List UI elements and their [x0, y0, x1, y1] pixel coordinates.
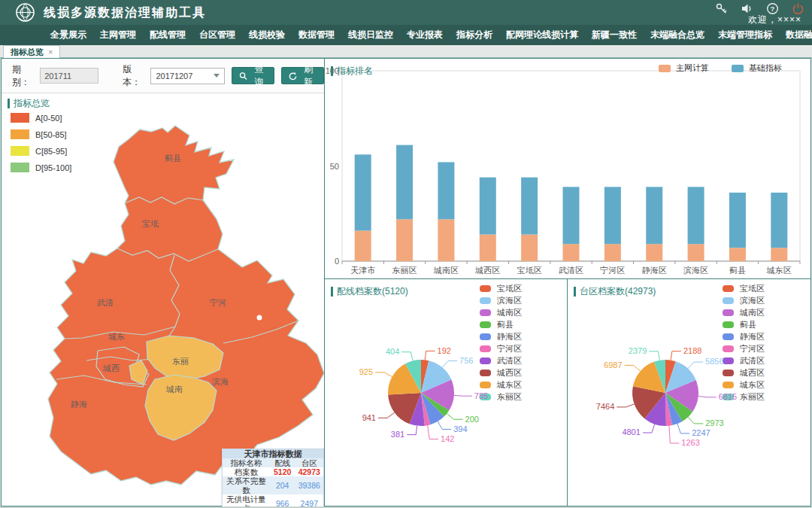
- pie-label-line: [401, 352, 413, 361]
- nav-item-7[interactable]: 线损日监控: [341, 25, 400, 45]
- pie-legend-item[interactable]: 宝坻区: [723, 282, 765, 294]
- table-header-cell: 配线: [270, 458, 295, 467]
- pie-label-line: [688, 417, 703, 424]
- pie-value-label: 2973: [705, 418, 723, 427]
- table-cell-value: 5120: [270, 467, 295, 476]
- table-header-row: 指标名称配线台区: [223, 458, 324, 467]
- nav-item-10[interactable]: 配网理论线损计算: [499, 25, 585, 45]
- bar-segment-base[interactable]: [729, 193, 746, 248]
- panel-divider: [325, 278, 810, 279]
- period-input[interactable]: [40, 68, 98, 84]
- bar-legend-item[interactable]: 基础指标: [732, 62, 782, 74]
- bar-segment-main[interactable]: [771, 248, 787, 261]
- bar-segment-base[interactable]: [646, 187, 662, 244]
- nav-item-11[interactable]: 新疆一致性: [585, 25, 644, 45]
- pie-legend-item[interactable]: 宝坻区: [480, 282, 522, 294]
- map-district-label: 城东: [108, 332, 125, 341]
- legend-swatch: [732, 65, 744, 72]
- pie-value-label: 785: [474, 391, 488, 400]
- bar-segment-main[interactable]: [355, 231, 371, 261]
- x-axis-label: 天津市: [350, 266, 375, 275]
- bar-segment-main[interactable]: [563, 244, 580, 261]
- pie-value-label: 2188: [683, 346, 701, 355]
- legend-label: 宝坻区: [740, 283, 765, 294]
- tab-indicator-overview[interactable]: 指标总览 ×: [3, 45, 60, 58]
- table-row: 档案数512042973: [223, 467, 324, 476]
- y-axis-tick-label: 50: [330, 162, 339, 171]
- key-icon[interactable]: [715, 2, 728, 15]
- bar-segment-base[interactable]: [438, 162, 454, 219]
- nav-item-4[interactable]: 台区管理: [192, 25, 242, 45]
- legend-label: 主网计算: [676, 62, 709, 74]
- map-district-label: 城南: [165, 385, 183, 394]
- query-button[interactable]: 查询: [232, 67, 274, 84]
- nav-item-6[interactable]: 数据管理: [292, 25, 341, 45]
- refresh-button[interactable]: 刷新: [281, 67, 324, 84]
- bar-segment-main[interactable]: [729, 248, 746, 261]
- pie-value-label: 2379: [629, 346, 647, 355]
- nav-item-2[interactable]: 主网管理: [93, 25, 143, 45]
- tianjin-map[interactable]: 蓟县宝坻武清宁河城东城西东丽城南滨海静海: [39, 102, 325, 489]
- pie-label-line: [649, 351, 659, 360]
- station-archives-panel: 台区档案数(42973) 宝坻区滨海区城南区蓟县静海区宁河区武清区城西区城东区东…: [568, 279, 810, 506]
- tab-close-icon[interactable]: ×: [48, 47, 53, 56]
- bar-segment-main[interactable]: [438, 219, 454, 261]
- nav-item-5[interactable]: 线损校验: [242, 25, 292, 45]
- bar-segment-base[interactable]: [688, 187, 704, 244]
- bar-segment-main[interactable]: [521, 235, 538, 261]
- pie-label-line: [643, 424, 655, 433]
- bar-segment-base[interactable]: [521, 178, 538, 235]
- map-district-label: 蓟县: [165, 154, 181, 163]
- panel-divider: [324, 59, 325, 506]
- bar-segment-main[interactable]: [688, 244, 704, 261]
- header-bar: 线损多源数据治理辅助工具 ? 欢迎，××××: [0, 0, 812, 25]
- table-cell-value: 42973: [295, 467, 324, 476]
- bar-segment-base[interactable]: [355, 154, 371, 230]
- y-axis-tick-label: 0: [335, 257, 339, 266]
- pie-value-label: 756: [459, 356, 473, 365]
- pie-label-line: [378, 412, 395, 418]
- tianjin-indicator-table: 天津市指标数据指标名称配线台区档案数512042973关系不完整数2043938…: [222, 449, 324, 508]
- x-axis-label: 滨海区: [683, 266, 708, 275]
- nav-item-3[interactable]: 配线管理: [143, 25, 192, 45]
- legend-swatch: [480, 285, 491, 292]
- nav-item-8[interactable]: 专业报表: [400, 25, 450, 45]
- pie-value-label: 192: [438, 346, 451, 355]
- nav-item-1[interactable]: 全景展示: [44, 25, 93, 45]
- x-axis-label: 武清区: [559, 266, 583, 275]
- bar-segment-base[interactable]: [771, 193, 787, 248]
- legend-swatch: [11, 146, 29, 156]
- nav-item-12[interactable]: 末端融合总览: [644, 25, 711, 45]
- filter-bar: 期别： 版本： 20171207 查询 刷新: [2, 59, 324, 93]
- map-district-label: 静海: [71, 400, 87, 409]
- nav-item-14[interactable]: 数据融合指标: [779, 25, 812, 45]
- bar-segment-base[interactable]: [396, 145, 413, 220]
- map-district-label: 滨海: [212, 377, 229, 386]
- bar-segment-main[interactable]: [396, 219, 413, 261]
- legend-swatch: [11, 113, 29, 123]
- bar-segment-main[interactable]: [480, 235, 496, 261]
- bar-legend-item[interactable]: 主网计算: [659, 62, 709, 74]
- version-select[interactable]: 20171207: [150, 68, 225, 84]
- map-hole: [257, 315, 262, 321]
- pie-label-line: [425, 351, 435, 360]
- bar-segment-base[interactable]: [563, 187, 580, 244]
- table-row: 关系不完整数20439386: [223, 476, 324, 494]
- pie2-title: 台区档案数(42973): [574, 285, 656, 298]
- bar-segment-base[interactable]: [604, 187, 621, 244]
- ranking-bar-chart[interactable]: 050100天津市东丽区城南区城西区宝坻区武清区宁河区静海区滨海区蓟县城东区: [325, 59, 810, 278]
- feeder-archives-pie[interactable]: 192756785200394142381941925404: [325, 300, 567, 503]
- nav-item-9[interactable]: 指标分析: [450, 25, 499, 45]
- table-header-cell: 台区: [295, 458, 324, 467]
- feeder-archives-panel: 配线档案数(5120) 宝坻区滨海区城南区蓟县静海区宁河区武清区城西区城东区东丽…: [325, 279, 567, 506]
- table-header-cell: 指标名称: [223, 458, 270, 467]
- nav-item-13[interactable]: 末端管理指标: [711, 25, 779, 45]
- pie-label-line: [438, 421, 451, 429]
- bar-segment-base[interactable]: [480, 178, 496, 235]
- pie-value-label: 925: [359, 367, 373, 376]
- station-archives-pie[interactable]: 2188585668152973224712634801746469872379: [568, 300, 810, 503]
- bar-segment-main[interactable]: [646, 244, 662, 261]
- app-window: 线损多源数据治理辅助工具 ? 欢迎，×××× 全景展: [0, 0, 812, 508]
- bar-segment-main[interactable]: [604, 244, 621, 261]
- bar-chart-legend: 主网计算基础指标: [659, 62, 782, 74]
